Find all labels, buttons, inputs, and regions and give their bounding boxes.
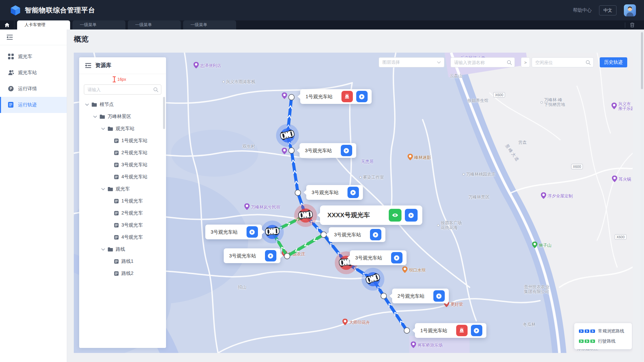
- tree-node-1[interactable]: 万峰林景区: [79, 111, 166, 123]
- label-text: 3号观光车站: [312, 189, 339, 196]
- legend-row: 行驶路线: [579, 338, 632, 345]
- tree-node-4[interactable]: 2号观光车站: [79, 147, 166, 159]
- page-scrollbar-thumb[interactable]: [641, 32, 643, 89]
- tab-3[interactable]: 一级菜单: [183, 20, 236, 29]
- map-legend: 常规浏览路线行驶路线: [574, 323, 632, 349]
- map-label-3号观光车站[interactable]: 3号观光车站: [306, 185, 363, 200]
- map-label-XXXX号观光车[interactable]: XXXX号观光车: [320, 205, 422, 225]
- legend-label: 行驶路线: [598, 338, 615, 344]
- tree-node-label: 4号观光车: [121, 234, 143, 240]
- chevron-down-icon: [437, 61, 441, 64]
- tree-node-label: 2号观光车站: [121, 150, 148, 156]
- tree-node-label: 3号观光车站: [121, 162, 148, 168]
- tab-0[interactable]: 人卡车管理: [17, 20, 70, 29]
- tree-node-2[interactable]: 观光车站: [79, 123, 166, 135]
- tree-node-label: 4号观光车站: [121, 174, 148, 180]
- sidebar-item-2[interactable]: P运行详情: [0, 81, 67, 97]
- tab-label: 一级菜单: [191, 22, 207, 28]
- tab-1[interactable]: 一级菜单: [72, 20, 125, 29]
- map-label-2号观光车站[interactable]: 2号观光车站: [392, 289, 449, 303]
- tab-label: 一级菜单: [135, 22, 152, 28]
- play-button[interactable]: [265, 250, 276, 261]
- tree-node-10[interactable]: 3号观光车: [79, 219, 166, 231]
- trash-icon[interactable]: [630, 22, 635, 27]
- map-label-3号观光车站[interactable]: 3号观光车站: [329, 227, 385, 242]
- panel-collapse-icon[interactable]: [85, 63, 91, 68]
- resource-search-box[interactable]: [450, 57, 515, 67]
- sidebar-item-3[interactable]: 运行轨迹: [0, 97, 67, 113]
- tree-node-11[interactable]: 4号观光车: [79, 231, 166, 243]
- sidebar-menu: 观光车观光车站P运行详情运行轨迹: [0, 49, 67, 113]
- play-button[interactable]: [405, 209, 418, 222]
- tree-node-5[interactable]: 3号观光车站: [79, 159, 166, 171]
- search-icon: [507, 60, 512, 66]
- app-window: 智能物联综合管理平台 帮助中心 中文 人卡车管理一级菜单一级菜单一级菜单: [0, 0, 644, 362]
- tree-node-9[interactable]: 2号观光车: [79, 207, 166, 219]
- label-text: 3号观光车站: [334, 232, 361, 238]
- play-button[interactable]: [471, 325, 482, 336]
- tree-node-0[interactable]: 根节点: [79, 99, 166, 111]
- route-line-swatch: [579, 338, 595, 344]
- app-title: 智能物联综合管理平台: [25, 6, 95, 15]
- chevron-down-icon[interactable]: [101, 188, 105, 190]
- sidebar-collapse-button[interactable]: [0, 29, 67, 45]
- label-text: 2号观光车站: [397, 293, 425, 299]
- sidebar-item-label: 观光车: [18, 54, 32, 60]
- tree-node-8[interactable]: 1号观光车: [79, 195, 166, 207]
- help-center-link[interactable]: 帮助中心: [573, 7, 592, 13]
- seat-search-box[interactable]: [532, 57, 594, 67]
- chevron-down-icon[interactable]: [101, 128, 105, 130]
- history-track-button[interactable]: 历史轨迹: [600, 57, 627, 67]
- tree-node-14[interactable]: 路线2: [79, 267, 166, 280]
- play-button[interactable]: [370, 229, 381, 240]
- search-icon: [153, 87, 158, 94]
- tree-node-13[interactable]: 路线1: [79, 255, 166, 267]
- map-label-3号观光车站[interactable]: 3号观光车站: [300, 143, 356, 158]
- tree-node-6[interactable]: 4号观光车站: [79, 171, 166, 183]
- map-label-3号观光车站[interactable]: 3号观光车站: [224, 248, 280, 263]
- alarm-button[interactable]: [456, 325, 468, 336]
- map-label-1号观光车站[interactable]: 1号观光车站: [300, 89, 372, 104]
- home-button[interactable]: [0, 20, 14, 29]
- language-button[interactable]: 中文: [599, 5, 616, 15]
- alarm-button[interactable]: [341, 91, 353, 102]
- tree-node-3[interactable]: 1号观光车站: [79, 135, 166, 147]
- resource-search-input[interactable]: [451, 60, 515, 65]
- document-icon: [114, 199, 119, 203]
- seat-search-input[interactable]: [532, 60, 593, 65]
- tab-2[interactable]: 一级菜单: [128, 20, 181, 29]
- chevron-down-icon[interactable]: [101, 248, 105, 251]
- greater-than-button[interactable]: >: [521, 57, 530, 67]
- app-logo-icon: [11, 5, 20, 15]
- tree-scrollbar-thumb[interactable]: [163, 97, 165, 129]
- chevron-down-icon[interactable]: [85, 104, 89, 106]
- play-button[interactable]: [347, 187, 359, 198]
- map-canvas[interactable]: 志泽便利店兴义市雨涛客栈乐立民族小学云盘山X600徐姐养生馆万峰林·峰下悦栖营地…: [74, 53, 633, 353]
- user-avatar[interactable]: [624, 4, 636, 16]
- play-button[interactable]: [356, 91, 368, 102]
- eye-button[interactable]: [389, 209, 401, 222]
- layer-select-dropdown[interactable]: 图层选择: [379, 57, 444, 67]
- play-button[interactable]: [433, 290, 445, 302]
- tree-node-label: 万峰林景区: [108, 114, 131, 120]
- map-label-1号观光车站[interactable]: 1号观光车站: [415, 323, 486, 338]
- map-label-3号观光车站[interactable]: 3号观光车站: [350, 250, 407, 265]
- tree-node-7[interactable]: 观光车: [79, 183, 166, 195]
- grid-icon: [8, 54, 14, 60]
- folder-icon: [108, 187, 113, 191]
- play-button[interactable]: [391, 252, 402, 263]
- play-button[interactable]: [247, 226, 258, 238]
- label-pointer: [262, 229, 265, 235]
- sidebar-item-1[interactable]: 观光车站: [0, 65, 67, 81]
- play-button[interactable]: [341, 145, 352, 156]
- tree-node-12[interactable]: 路线: [79, 243, 166, 255]
- tree-search-input[interactable]: [84, 84, 161, 95]
- left-sidebar: 观光车观光车站P运行详情运行轨迹: [0, 29, 67, 362]
- map-label-3号观光车站[interactable]: 3号观光车站: [205, 225, 262, 239]
- track-icon: [8, 102, 14, 108]
- label-text: 1号观光车站: [306, 94, 333, 100]
- tree-search-box[interactable]: [84, 84, 161, 95]
- chevron-down-icon[interactable]: [93, 116, 97, 118]
- folder-icon: [92, 102, 97, 107]
- sidebar-item-0[interactable]: 观光车: [0, 49, 67, 65]
